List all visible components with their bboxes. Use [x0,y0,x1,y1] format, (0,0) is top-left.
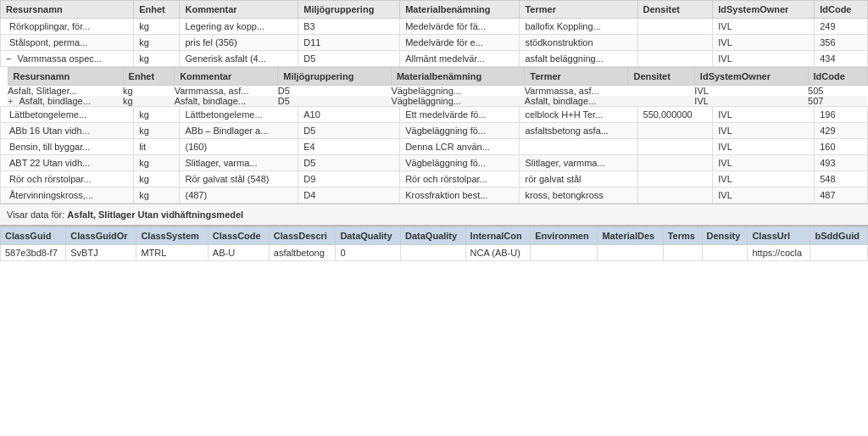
table-cell: Återvinningskross,... [1,187,134,204]
table-cell: Varmmassa, asf... [175,86,278,97]
bottom-col-header: Terms [663,227,702,245]
table-cell: Vägbeläggning... [391,86,524,97]
table-cell: (487) [180,187,298,204]
bottom-col-header: MaterialDes [598,227,663,245]
table-cell: 356 [815,35,868,51]
table-cell: https://cocla [748,245,810,261]
table-cell: kg [134,187,180,204]
table-cell: kg [123,86,175,97]
table-cell: 249 [815,19,868,35]
table-cell: Generisk asfalt (4... [180,51,298,67]
table-row: Stålspont, perma...kgpris fel (356)D11Me… [1,35,868,51]
main-col-header: Termer [520,1,637,19]
table-row: Rörkopplingar, för...kgLegering av kopp.… [1,19,868,35]
table-cell: 196 [815,107,868,123]
table-row: ABT 22 Utan vidh...kgSlitlager, varma...… [1,155,868,171]
table-cell: ABT 22 Utan vidh... [1,155,134,171]
table-row: − Varmmassa ospec...kgGenerisk asfalt (4… [1,51,868,67]
sub-col-header: Kommentar [175,68,278,86]
table-cell: MTRL [136,245,208,261]
table-cell: ABb 16 Utan vidh... [1,123,134,139]
table-cell [637,35,713,51]
table-cell: kg [134,35,180,51]
main-col-header: Enhet [134,1,180,19]
table-cell: AB-U [208,245,269,261]
table-cell: IVL [713,155,815,171]
table-cell [628,86,694,97]
plus-icon[interactable]: + [8,96,15,106]
table-cell: Stålspont, perma... [1,35,134,51]
table-cell: Slitlager, varma... [180,155,298,171]
table-cell: asfalt beläggning... [520,51,637,67]
table-cell: Asfalt, Slitlager... [8,86,123,97]
table-cell: Varmmassa, asf... [525,86,628,97]
table-cell: 0 [336,245,401,261]
table-cell: Asfalt, bindlage... [175,96,278,106]
table-cell: stödkonstruktion [520,35,637,51]
table-row: Rör och rörstolpar...kgRör galvat stål (… [1,171,868,187]
table-cell: kg [134,19,180,35]
table-cell: 493 [815,155,868,171]
table-cell: A10 [298,107,400,123]
sub-table-cell: ResursnamnEnhetKommentarMiljögrupperingM… [1,67,868,107]
sub-col-header: Densitet [628,68,694,86]
table-row: Återvinningskross,...kg(487)D4Krossfrakt… [1,187,868,204]
sub-table: ResursnamnEnhetKommentarMiljögrupperingM… [8,67,868,106]
main-table: ResursnamnEnhetKommentarMiljögrupperingM… [0,0,868,204]
sub-table-row: ResursnamnEnhetKommentarMiljögrupperingM… [1,67,868,107]
expand-icon[interactable]: − [6,53,14,64]
table-cell: Rör galvat stål (548) [180,171,298,187]
bottom-col-header: Density [702,227,748,245]
table-cell: D5 [278,86,392,97]
table-cell: D5 [298,155,400,171]
table-cell: Allmänt medelvär... [400,51,520,67]
sub-col-header: Enhet [123,68,175,86]
bottom-col-header: bSddGuid [810,227,868,245]
table-cell: Vägbeläggning fö... [400,155,520,171]
sub-col-header: Termer [525,68,628,86]
main-col-header: IdSystemOwner [713,1,815,19]
table-cell: D5 [278,96,392,106]
table-cell: ballofix Koppling... [520,19,637,35]
table-cell: B3 [298,19,400,35]
table-cell: celblock H+H Ter... [520,107,637,123]
status-value: Asfalt, Slitlager Utan vidhäftningsmedel [67,210,243,220]
sub-col-header: Resursnamn [8,68,123,86]
table-cell: + Asfalt, bindlage... [8,96,123,106]
table-cell [637,155,713,171]
table-cell: 505 [808,86,867,97]
bottom-col-header: DataQuality [336,227,401,245]
table-cell: Asfalt, bindlage... [525,96,628,106]
bottom-col-header: ClassCode [208,227,269,245]
sub-col-header: IdSystemOwner [694,68,808,86]
table-cell: pris fel (356) [180,35,298,51]
table-cell: 160 [815,139,868,155]
table-cell: Lättbetongeleme... [180,107,298,123]
table-cell [598,245,663,261]
bottom-table-container: ClassGuidClassGuidOrClassSystemClassCode… [0,225,868,261]
table-cell: Krossfraktion best... [400,187,520,204]
table-row: 587e3bd8-f7SvBTJMTRLAB-Uasfaltbetong0NCA… [1,245,868,261]
table-cell: IVL [713,19,815,35]
table-cell: IVL [713,123,815,139]
table-cell: Medelvärde för e... [400,35,520,51]
table-cell: Ett medelvärde fö... [400,107,520,123]
table-row: ABb 16 Utan vidh...kgABb – Bindlager a..… [1,123,868,139]
table-cell [637,123,713,139]
table-cell: IVL [713,107,815,123]
table-cell: rör galvat stål [520,171,637,187]
table-cell: Vägbeläggning... [391,96,524,106]
table-cell [520,139,637,155]
table-cell: kg [134,51,180,67]
table-row: Bensin, till byggar...lit(160)E4Denna LC… [1,139,868,155]
main-col-header: Miljögruppering [298,1,400,19]
table-cell [531,245,598,261]
table-cell: Bensin, till byggar... [1,139,134,155]
main-col-header: IdCode [815,1,868,19]
table-cell: 587e3bd8-f7 [1,245,66,261]
table-cell [628,96,694,106]
table-cell: Rörkopplingar, för... [1,19,134,35]
table-cell: lit [134,139,180,155]
status-bar: Visar data för: Asfalt, Slitlager Utan v… [0,204,868,225]
table-cell: IVL [713,35,815,51]
